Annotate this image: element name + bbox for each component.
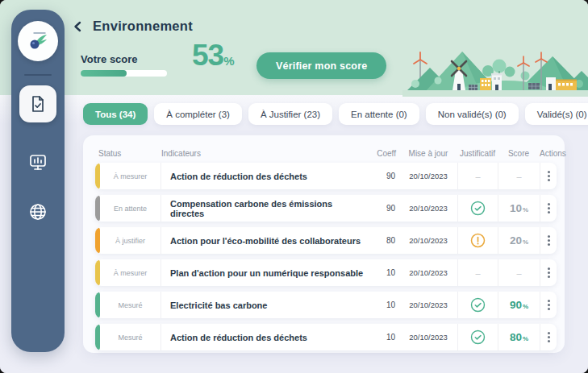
sidebar-item-analytics[interactable] xyxy=(27,151,48,172)
indicator-label: Compensation carbone des émissions direc… xyxy=(170,199,365,218)
filter-tab-0[interactable]: Tous (34) xyxy=(83,103,148,125)
status-accent-bar xyxy=(95,227,100,254)
status-label: À mesurer xyxy=(114,269,148,277)
table-header: Status Indicateurs Coeff Mise à jour Jus… xyxy=(95,143,557,163)
score-progress-bar xyxy=(81,70,167,77)
indicator-label: Action de réduction des déchets xyxy=(170,172,307,181)
coeff-value: 90 xyxy=(386,172,395,180)
sidebar-item-assessments[interactable] xyxy=(19,85,56,122)
indicator-label: Action de réduction des déchets xyxy=(170,333,307,342)
score-percent-sign: % xyxy=(523,303,528,310)
table-row[interactable]: À mesurer Action de réduction des déchet… xyxy=(95,163,557,189)
eco-landscape-illustration xyxy=(402,48,588,97)
column-header-score: Score xyxy=(498,149,540,158)
column-header-indicateurs: Indicateurs xyxy=(161,149,365,158)
score-percent-sign: % xyxy=(523,335,528,342)
indicator-label: Action pour l'éco-mobilité des collabora… xyxy=(170,236,361,246)
app-window: Environnement Votre score 53% Vérifier m… xyxy=(0,0,588,373)
table-body: À mesurer Action de réduction des déchet… xyxy=(95,163,557,350)
score-value: 10 xyxy=(510,202,522,214)
row-actions-menu[interactable] xyxy=(544,264,553,281)
row-actions-menu[interactable] xyxy=(544,232,553,249)
date-value: 20/10/2023 xyxy=(409,300,448,309)
warning-circle-icon xyxy=(470,233,486,248)
monitor-chart-icon xyxy=(27,151,48,172)
date-value: 20/10/2023 xyxy=(409,236,448,245)
date-value: 20/10/2023 xyxy=(409,268,448,277)
status-accent-bar xyxy=(95,259,100,286)
coeff-value: 10 xyxy=(386,333,395,342)
column-header-status: Status xyxy=(95,149,161,158)
coeff-value: 90 xyxy=(386,204,395,213)
table-row[interactable]: En attente Compensation carbone des émis… xyxy=(95,195,557,222)
column-header-coeff: Coeff xyxy=(365,149,399,158)
score-value: 80 xyxy=(510,331,522,343)
score-percent-sign: % xyxy=(523,238,528,246)
globe-icon xyxy=(27,201,48,222)
status-label: Mesuré xyxy=(118,334,142,342)
date-value: 20/10/2023 xyxy=(409,333,448,342)
status-accent-bar xyxy=(95,324,100,350)
row-actions-menu[interactable] xyxy=(544,329,553,346)
score-label: Votre score xyxy=(81,53,138,65)
column-header-justificatif: Justificatif xyxy=(457,149,498,158)
status-accent-bar xyxy=(95,163,100,189)
status-accent-bar xyxy=(95,195,100,222)
status-label: À justifier xyxy=(115,237,145,245)
justificatif-empty: – xyxy=(475,268,480,278)
sidebar xyxy=(11,10,65,352)
date-value: 20/10/2023 xyxy=(409,204,448,213)
row-actions-menu[interactable] xyxy=(544,200,553,217)
check-circle-icon xyxy=(470,297,486,313)
coeff-value: 80 xyxy=(386,236,395,245)
indicator-label: Electricité bas carbone xyxy=(170,300,267,310)
filter-tabs: Tous (34)À compléter (3)À Justifier (23)… xyxy=(83,103,588,125)
score-value: 90 xyxy=(510,299,522,311)
check-circle-icon xyxy=(470,201,486,216)
coeff-value: 10 xyxy=(386,300,395,309)
table-row[interactable]: À mesurer Plan d'action pour un numériqu… xyxy=(95,259,557,286)
score-percent-sign: % xyxy=(523,206,528,213)
score-progress-fill xyxy=(81,70,127,77)
status-label: À mesurer xyxy=(114,172,148,180)
date-value: 20/10/2023 xyxy=(409,172,448,180)
status-label: Mesuré xyxy=(118,301,142,309)
row-actions-menu[interactable] xyxy=(544,296,553,313)
filter-tab-1[interactable]: À compléter (3) xyxy=(154,103,242,125)
chevron-left-icon xyxy=(73,21,84,32)
score-value: 20 xyxy=(510,234,522,247)
filter-tab-3[interactable]: En attente (0) xyxy=(339,103,419,125)
filter-tab-5[interactable]: Validé(s) (0) xyxy=(525,103,588,125)
verify-score-button[interactable]: Vérifier mon score xyxy=(256,52,386,79)
coeff-value: 10 xyxy=(386,268,395,277)
back-button[interactable] xyxy=(73,20,85,33)
app-logo[interactable] xyxy=(18,21,58,61)
row-actions-menu[interactable] xyxy=(544,168,553,184)
table-row[interactable]: À justifier Action pour l'éco-mobilité d… xyxy=(95,227,557,254)
indicators-table: Status Indicateurs Coeff Mise à jour Jus… xyxy=(83,135,565,353)
comet-logo-icon xyxy=(24,27,52,55)
document-check-icon xyxy=(28,94,48,114)
score-value: 53% xyxy=(192,39,235,73)
table-row[interactable]: Mesuré Electricité bas carbone 10 20/10/… xyxy=(95,292,557,318)
sidebar-divider xyxy=(24,74,52,76)
status-label: En attente xyxy=(114,205,147,213)
column-header-actions: Actions xyxy=(540,149,566,158)
page-title: Environnement xyxy=(93,19,193,34)
score-value: – xyxy=(516,268,521,278)
check-circle-icon xyxy=(470,329,486,345)
column-header-mise-a-jour: Mise à jour xyxy=(399,149,457,158)
sidebar-item-web[interactable] xyxy=(27,201,48,222)
table-row[interactable]: Mesuré Action de réduction des déchets 1… xyxy=(95,324,557,350)
score-value: – xyxy=(516,172,521,181)
page-header: Environnement xyxy=(73,19,193,34)
status-accent-bar xyxy=(95,292,100,318)
filter-tab-4[interactable]: Non validé(s) (0) xyxy=(426,103,519,125)
filter-tab-2[interactable]: À Justifier (23) xyxy=(248,103,332,125)
justificatif-empty: – xyxy=(475,172,480,181)
indicator-label: Plan d'action pour un numérique responsa… xyxy=(170,268,363,278)
